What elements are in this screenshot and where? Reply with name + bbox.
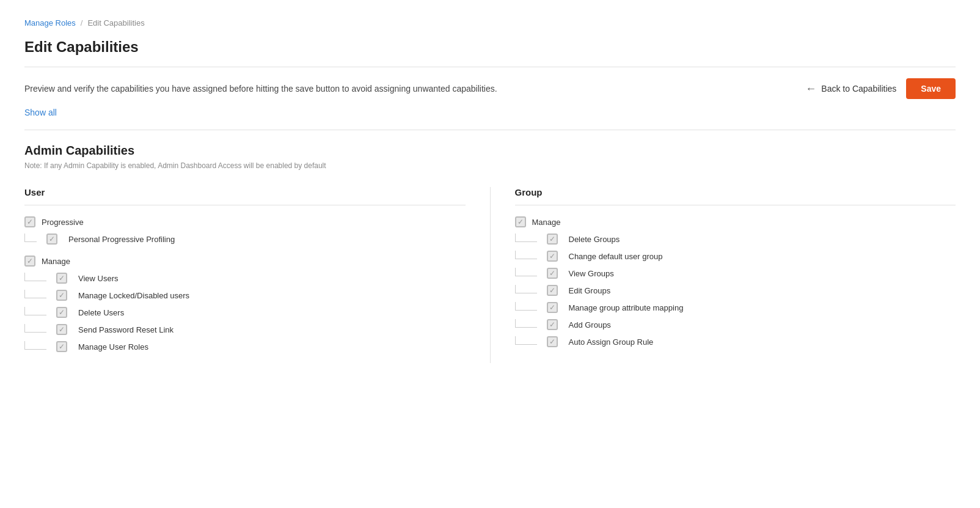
check-icon: ✓ xyxy=(549,304,555,311)
tree-connector xyxy=(515,234,537,242)
view-groups-label: View Groups xyxy=(569,269,614,278)
change-default-group-checkbox[interactable]: ✓ xyxy=(547,251,558,262)
check-icon: ✓ xyxy=(59,292,65,299)
back-arrow-icon: ← xyxy=(805,83,816,95)
list-item: ✓ Manage User Roles xyxy=(24,341,466,352)
admin-capabilities-title: Admin Capabilities xyxy=(24,144,956,158)
view-groups-checkbox[interactable]: ✓ xyxy=(547,268,558,279)
user-col-divider xyxy=(24,205,466,205)
breadcrumb-separator: / xyxy=(81,18,83,28)
list-item: ✓ Auto Assign Group Rule xyxy=(515,336,956,347)
list-item: ✓ View Groups xyxy=(515,268,956,279)
list-item: ✓ Manage group attribute mapping xyxy=(515,302,956,313)
save-button[interactable]: Save xyxy=(906,78,956,99)
check-icon: ✓ xyxy=(49,235,55,243)
check-icon: ✓ xyxy=(59,343,65,350)
group-manage-checkbox[interactable]: ✓ xyxy=(515,216,526,227)
list-item: ✓ Manage xyxy=(24,256,466,267)
group-col-divider xyxy=(515,205,956,205)
add-groups-checkbox[interactable]: ✓ xyxy=(547,319,558,330)
back-to-capabilities-button[interactable]: ← Back to Capabilities xyxy=(805,83,896,95)
back-button-label: Back to Capabilities xyxy=(821,84,896,94)
top-divider xyxy=(24,67,956,67)
progressive-checkbox[interactable]: ✓ xyxy=(24,216,35,227)
delete-users-label: Delete Users xyxy=(78,308,124,317)
add-groups-label: Add Groups xyxy=(569,320,611,329)
manage-user-roles-label: Manage User Roles xyxy=(78,342,148,352)
group-manage-label: Manage xyxy=(532,218,561,227)
breadcrumb-current: Edit Capabilities xyxy=(87,18,144,28)
tree-connector xyxy=(24,234,37,242)
capabilities-columns: User ✓ Progressive ✓ Personal Progressiv… xyxy=(24,187,956,363)
list-item: ✓ Manage Locked/Disabled users xyxy=(24,290,466,301)
tree-connector xyxy=(515,251,537,259)
progressive-group: ✓ Progressive ✓ Personal Progressive Pro… xyxy=(24,216,466,245)
list-item: ✓ Personal Progressive Profiling xyxy=(24,234,466,245)
list-item: ✓ Delete Groups xyxy=(515,234,956,245)
group-manage-group: ✓ Manage ✓ Delete Groups ✓ xyxy=(515,216,956,347)
admin-capabilities-note: Note: If any Admin Capability is enabled… xyxy=(24,161,956,170)
delete-groups-checkbox[interactable]: ✓ xyxy=(547,234,558,245)
personal-progressive-checkbox[interactable]: ✓ xyxy=(46,234,57,245)
list-item: ✓ Delete Users xyxy=(24,307,466,318)
manage-user-roles-checkbox[interactable]: ✓ xyxy=(56,341,67,352)
group-column-header: Group xyxy=(515,187,956,197)
edit-groups-label: Edit Groups xyxy=(569,286,611,295)
manage-group-attr-checkbox[interactable]: ✓ xyxy=(547,302,558,313)
list-item: ✓ Manage xyxy=(515,216,956,227)
user-manage-checkbox[interactable]: ✓ xyxy=(24,256,35,267)
manage-locked-checkbox[interactable]: ✓ xyxy=(56,290,67,301)
view-users-checkbox[interactable]: ✓ xyxy=(56,273,67,284)
check-icon: ✓ xyxy=(549,270,555,277)
user-manage-label: Manage xyxy=(42,257,70,266)
tree-connector xyxy=(515,302,537,311)
page-title: Edit Capabilities xyxy=(24,39,956,56)
check-icon: ✓ xyxy=(549,287,555,294)
check-icon: ✓ xyxy=(517,218,524,226)
preview-text: Preview and verify the capabilities you … xyxy=(24,84,497,94)
section-divider xyxy=(24,130,956,130)
check-icon: ✓ xyxy=(27,218,33,226)
list-item: ✓ Change default user group xyxy=(515,251,956,262)
delete-groups-label: Delete Groups xyxy=(569,235,620,244)
check-icon: ✓ xyxy=(59,274,65,282)
tree-connector xyxy=(515,285,537,293)
user-column: User ✓ Progressive ✓ Personal Progressiv… xyxy=(24,187,490,363)
change-default-group-label: Change default user group xyxy=(569,252,663,261)
list-item: ✓ Edit Groups xyxy=(515,285,956,296)
tree-connector xyxy=(515,336,537,345)
group-column: Group ✓ Manage ✓ Delete Groups xyxy=(490,187,956,363)
view-users-label: View Users xyxy=(78,274,119,283)
auto-assign-group-checkbox[interactable]: ✓ xyxy=(547,336,558,347)
tree-connector xyxy=(24,324,46,333)
send-password-checkbox[interactable]: ✓ xyxy=(56,324,67,335)
show-all-link[interactable]: Show all xyxy=(24,108,57,117)
manage-locked-label: Manage Locked/Disabled users xyxy=(78,291,189,300)
tree-connector xyxy=(515,268,537,276)
send-password-label: Send Password Reset Link xyxy=(78,325,174,334)
tree-connector xyxy=(24,307,46,315)
preview-actions: ← Back to Capabilities Save xyxy=(805,78,956,99)
list-item: ✓ Progressive xyxy=(24,216,466,227)
edit-groups-checkbox[interactable]: ✓ xyxy=(547,285,558,296)
progressive-label: Progressive xyxy=(42,218,84,227)
check-icon: ✓ xyxy=(549,338,555,345)
breadcrumb-parent-link[interactable]: Manage Roles xyxy=(24,18,76,28)
user-manage-group: ✓ Manage ✓ View Users ✓ xyxy=(24,256,466,352)
list-item: ✓ View Users xyxy=(24,273,466,284)
tree-connector xyxy=(24,341,46,350)
personal-progressive-label: Personal Progressive Profiling xyxy=(68,235,175,244)
check-icon: ✓ xyxy=(549,252,555,260)
auto-assign-group-label: Auto Assign Group Rule xyxy=(569,337,654,347)
check-icon: ✓ xyxy=(27,257,33,265)
tree-connector xyxy=(24,290,46,298)
list-item: ✓ Send Password Reset Link xyxy=(24,324,466,335)
delete-users-checkbox[interactable]: ✓ xyxy=(56,307,67,318)
check-icon: ✓ xyxy=(549,321,555,328)
breadcrumb: Manage Roles / Edit Capabilities xyxy=(24,18,956,28)
tree-connector xyxy=(515,319,537,328)
check-icon: ✓ xyxy=(59,326,65,333)
list-item: ✓ Add Groups xyxy=(515,319,956,330)
tree-connector xyxy=(24,273,46,281)
check-icon: ✓ xyxy=(549,235,555,243)
